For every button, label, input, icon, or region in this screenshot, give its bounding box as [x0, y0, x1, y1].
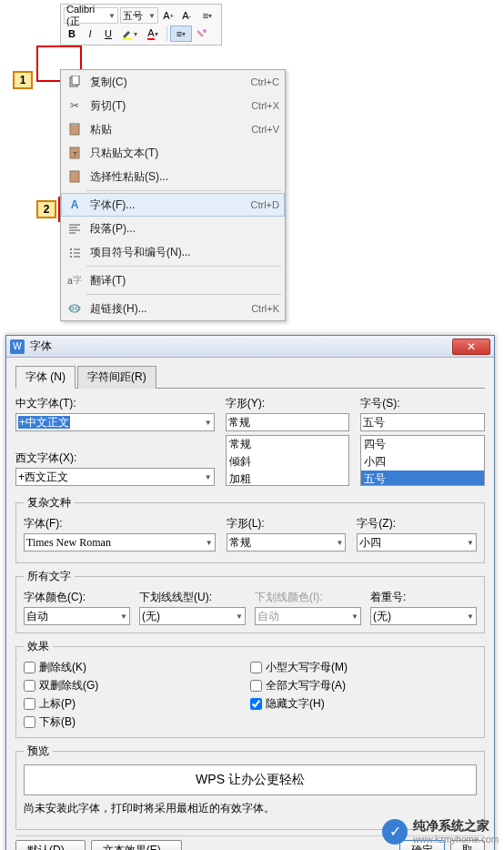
svg-point-17: [70, 256, 72, 258]
formatting-toolbar: Calibri (正▼ 五号▼ A+ A- ≡▾ B I U ▾ A▾ ≡▾: [60, 4, 222, 46]
svg-rect-5: [72, 123, 77, 126]
paste-special-icon: [66, 168, 83, 185]
annotation-2: 2: [36, 200, 56, 218]
italic-button[interactable]: I: [82, 25, 98, 42]
app-icon: W: [10, 339, 25, 354]
west-font-combo[interactable]: +西文正文▼: [15, 468, 215, 486]
west-font-label: 西文字体(X):: [15, 450, 215, 466]
style-combo[interactable]: 常规: [226, 413, 350, 431]
preview-box: WPS 让办公更轻松: [24, 764, 477, 795]
effects-fieldset: 效果 删除线(K) 双删除线(G) 上标(P) 下标(B) 小型大写字母(M) …: [15, 639, 485, 738]
note-text: 尚未安装此字体，打印时将采用最相近的有效字体。: [24, 801, 477, 816]
superscript-checkbox[interactable]: 上标(P): [24, 696, 250, 712]
strike-checkbox[interactable]: 删除线(K): [24, 660, 250, 675]
translate-icon: a字: [66, 272, 83, 288]
size-combo[interactable]: 五号: [360, 413, 485, 431]
highlight-color-button[interactable]: ▾: [118, 25, 140, 42]
underline-combo[interactable]: (无)▼: [139, 607, 246, 625]
default-button[interactable]: 默认(D)...: [15, 840, 86, 850]
hidden-text-checkbox[interactable]: 隐藏文字(H): [250, 696, 477, 712]
size-label: 字号(S):: [360, 396, 485, 411]
dialog-title: 字体: [30, 339, 452, 354]
decrease-font-button[interactable]: A-: [178, 7, 195, 24]
increase-font-button[interactable]: A+: [160, 7, 176, 24]
clipboard-icon: [66, 121, 83, 137]
close-button[interactable]: ✕: [452, 339, 490, 355]
menu-copy[interactable]: 复制(C)Ctrl+C: [61, 70, 285, 94]
all-text-fieldset: 所有文字 字体颜色(C): 自动▼ 下划线线型(U): (无)▼ 下划线颜色(I…: [15, 569, 485, 633]
complex-style-label: 字形(L):: [227, 516, 347, 531]
emphasis-label: 着重号:: [370, 590, 477, 605]
svg-point-21: [76, 307, 79, 310]
subscript-checkbox[interactable]: 下标(B): [24, 714, 250, 730]
watermark-logo-icon: ✓: [382, 819, 408, 845]
svg-point-19: [69, 305, 80, 312]
underline-color-label: 下划线颜色(I):: [255, 590, 361, 605]
link-icon: [66, 300, 83, 317]
double-strike-checkbox[interactable]: 双删除线(G): [24, 678, 250, 693]
bullets-icon: [66, 244, 83, 260]
style-label: 字形(Y):: [226, 396, 350, 411]
font-color-button[interactable]: A▾: [142, 25, 164, 42]
dialog-titlebar: W 字体 ✕: [6, 336, 494, 358]
complex-style-combo[interactable]: 常规▼: [227, 533, 347, 551]
menu-hyperlink[interactable]: 超链接(H)...Ctrl+K: [61, 297, 285, 320]
cn-font-label: 中文字体(T):: [15, 396, 215, 411]
svg-rect-0: [123, 38, 132, 40]
menu-font[interactable]: A 字体(F)...Ctrl+D: [61, 193, 285, 217]
complex-font-label: 字体(F):: [24, 516, 216, 531]
font-dialog: W 字体 ✕ 字体 (N) 字符间距(R) 中文字体(T): +中文正文▼ 字形…: [5, 335, 495, 850]
svg-rect-8: [70, 171, 79, 182]
complex-fieldset: 复杂文种 字体(F): Times New Roman▼ 字形(L): 常规▼ …: [15, 495, 485, 563]
size-listbox[interactable]: 四号 小四 五号: [360, 435, 485, 486]
watermark: ✓ 纯净系统之家 www.kzmyhome.com: [382, 818, 499, 845]
style-listbox[interactable]: 常规 倾斜 加粗: [226, 435, 350, 486]
menu-cut[interactable]: ✂ 剪切(T)Ctrl+X: [61, 94, 285, 117]
preview-fieldset: 预览 WPS 让办公更轻松 尚未安装此字体，打印时将采用最相近的有效字体。: [15, 744, 485, 830]
underline-color-combo: 自动▼: [255, 607, 361, 625]
allcaps-checkbox[interactable]: 全部大写字母(A): [250, 678, 477, 693]
svg-point-13: [70, 248, 72, 250]
complex-size-label: 字号(Z):: [357, 516, 477, 531]
tab-spacing[interactable]: 字符间距(R): [77, 366, 156, 389]
font-size-dropdown[interactable]: 五号▼: [120, 7, 158, 24]
underline-label: 下划线线型(U):: [139, 590, 246, 605]
menu-paste-special[interactable]: 选择性粘贴(S)...: [61, 165, 285, 188]
emphasis-combo[interactable]: (无)▼: [370, 607, 477, 625]
copy-icon: [66, 74, 83, 90]
context-menu: 复制(C)Ctrl+C ✂ 剪切(T)Ctrl+X 粘贴Ctrl+V T 只粘贴…: [60, 69, 286, 321]
underline-button[interactable]: U: [100, 25, 116, 42]
bold-button[interactable]: B: [64, 25, 80, 42]
svg-point-20: [70, 307, 74, 310]
svg-text:T: T: [73, 150, 77, 158]
svg-rect-3: [72, 76, 79, 85]
menu-paste-text[interactable]: T 只粘贴文本(T): [61, 141, 285, 165]
font-color-combo[interactable]: 自动▼: [24, 607, 130, 625]
smallcaps-checkbox[interactable]: 小型大写字母(M): [250, 660, 477, 675]
menu-translate[interactable]: a字 翻译(T): [61, 268, 285, 292]
complex-size-combo[interactable]: 小四▼: [357, 533, 477, 551]
cn-font-combo[interactable]: +中文正文▼: [15, 413, 215, 431]
font-name-dropdown[interactable]: Calibri (正▼: [64, 7, 118, 24]
tab-font[interactable]: 字体 (N): [15, 366, 76, 389]
font-icon: A: [66, 197, 83, 213]
svg-point-15: [70, 252, 72, 254]
scissors-icon: ✂: [66, 97, 83, 114]
annotation-1: 1: [13, 71, 33, 89]
menu-paragraph[interactable]: 段落(P)...: [61, 217, 285, 240]
paragraph-icon: [66, 220, 83, 237]
paste-text-icon: T: [66, 145, 83, 161]
line-spacing-button[interactable]: ≡▾: [197, 7, 218, 24]
format-painter-button[interactable]: [194, 25, 210, 42]
align-button[interactable]: ≡▾: [170, 25, 192, 42]
menu-paste[interactable]: 粘贴Ctrl+V: [61, 117, 285, 141]
text-effect-button[interactable]: 文本效果(E)...: [91, 840, 182, 850]
svg-point-1: [203, 29, 207, 33]
menu-bullets[interactable]: 项目符号和编号(N)...: [61, 240, 285, 264]
font-color-label: 字体颜色(C):: [24, 590, 130, 605]
complex-font-combo[interactable]: Times New Roman▼: [24, 533, 216, 551]
